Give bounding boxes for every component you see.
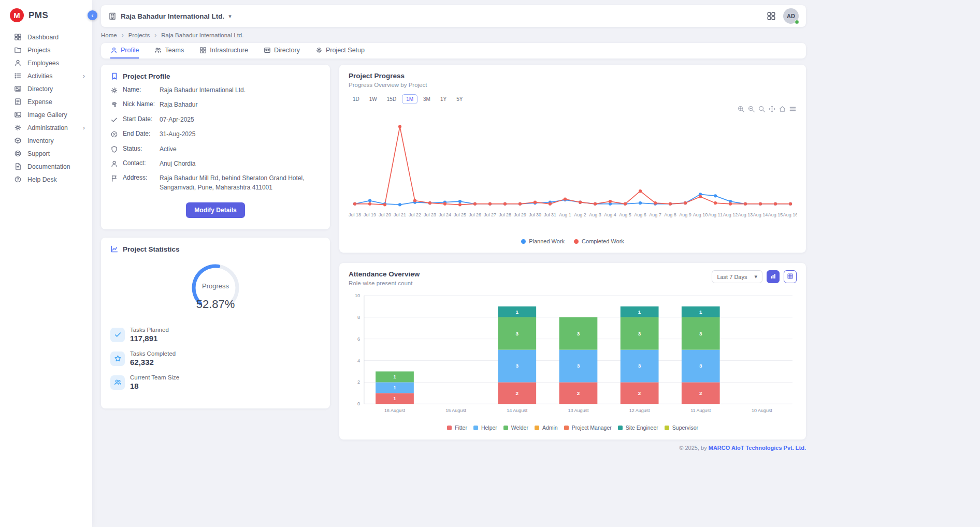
chart-view-button[interactable] <box>767 270 780 283</box>
field-address: Address: Raja Bahadur Mill Rd, behind Sh… <box>110 174 321 192</box>
breadcrumb-separator-icon: › <box>154 32 156 39</box>
sidebar-item-documentation[interactable]: Documentation <box>0 160 92 173</box>
legend-swatch <box>665 426 669 430</box>
page-footer: © 2025, by MARCO AIoT Technologies Pvt. … <box>101 445 806 458</box>
home-icon[interactable] <box>779 105 786 113</box>
legend-item[interactable]: Site Engineer <box>618 424 658 431</box>
tab-teams[interactable]: Teams <box>154 43 184 58</box>
svg-text:Jul 19: Jul 19 <box>364 212 376 217</box>
range-1y-button[interactable]: 1Y <box>436 94 451 104</box>
sidebar-item-image-gallery[interactable]: Image Gallery <box>0 108 92 121</box>
svg-text:Jul 27: Jul 27 <box>484 212 496 217</box>
app-logo[interactable]: M PMS <box>0 0 92 31</box>
user-avatar[interactable]: AD <box>783 8 799 24</box>
field-name: Name: Raja Bahadur International Ltd. <box>110 86 321 95</box>
zoom-icon[interactable] <box>758 105 766 113</box>
sidebar-item-label: Activities <box>27 72 53 80</box>
sidebar-collapse-button[interactable]: ‹ <box>88 10 97 20</box>
tab-label: Teams <box>165 47 184 54</box>
range-1w-button[interactable]: 1W <box>365 94 381 104</box>
sidebar-item-directory[interactable]: Directory <box>0 82 92 95</box>
stat-tasks-planned: Tasks Planned 117,891 <box>110 327 321 343</box>
legend-swatch <box>618 426 623 430</box>
stat-value: 18 <box>130 382 179 390</box>
modify-details-button[interactable]: Modify Details <box>186 202 244 218</box>
svg-text:1: 1 <box>699 309 702 315</box>
table-view-button[interactable] <box>784 270 797 283</box>
svg-text:4: 4 <box>357 358 360 363</box>
check-icon <box>110 116 118 124</box>
sidebar-item-label: Support <box>27 150 50 157</box>
sidebar-item-administration[interactable]: Administration › <box>0 121 92 134</box>
legend-item[interactable]: Admin <box>535 424 558 431</box>
main-area: Raja Bahadur International Ltd. ▾ AD Hom… <box>92 0 980 527</box>
menu-icon[interactable] <box>789 105 797 113</box>
tab-profile[interactable]: Profile <box>110 43 139 58</box>
attendance-chart-legend: FitterHelperWelderAdminProject ManagerSi… <box>349 424 797 431</box>
project-statistics-card: Project Statistics Progress 52.87% <box>101 238 330 408</box>
svg-text:3: 3 <box>699 363 702 369</box>
tab-directory[interactable]: Directory <box>264 43 300 58</box>
svg-text:Aug 9: Aug 9 <box>679 212 691 217</box>
legend-swatch <box>503 426 508 430</box>
progress-line-chart[interactable]: Jul 18Jul 19Jul 20Jul 21Jul 22Jul 23Jul … <box>349 114 797 236</box>
legend-item[interactable]: Helper <box>473 424 497 431</box>
field-end-date: End Date: 31-Aug-2025 <box>110 130 321 139</box>
legend-swatch <box>447 426 452 430</box>
company-selector[interactable]: Raja Bahadur International Ltd. ▾ <box>108 12 232 20</box>
svg-text:Jul 24: Jul 24 <box>439 212 451 217</box>
stat-label: Tasks Completed <box>130 350 176 357</box>
legend-item[interactable]: Completed Work <box>574 238 624 244</box>
range-5y-button[interactable]: 5Y <box>452 94 467 104</box>
tab-infrastructure[interactable]: Infrastructure <box>199 43 248 58</box>
breadcrumb-home[interactable]: Home <box>101 32 117 38</box>
legend-swatch <box>574 239 579 244</box>
date-range-select[interactable]: Last 7 Days ▾ <box>712 270 762 283</box>
svg-text:13 August: 13 August <box>568 408 589 413</box>
legend-swatch <box>521 239 526 244</box>
field-value: Active <box>160 145 177 154</box>
legend-item[interactable]: Supervisor <box>665 424 698 431</box>
field-nick-name: Nick Name: Raja Bahadur <box>110 100 321 109</box>
range-15d-button[interactable]: 15D <box>383 94 400 104</box>
receipt-icon <box>14 98 22 106</box>
sidebar-item-support[interactable]: Support <box>0 147 92 160</box>
company-name: Raja Bahadur International Ltd. <box>121 12 224 20</box>
legend-item[interactable]: Planned Work <box>521 238 565 244</box>
tab-project-setup[interactable]: Project Setup <box>315 43 365 58</box>
sidebar-item-help-desk[interactable]: Help Desk <box>0 173 92 186</box>
check-icon <box>110 328 125 342</box>
project-progress-card: Project Progress Progress Overview by Pr… <box>339 65 806 253</box>
sidebar-item-dashboard[interactable]: Dashboard <box>0 31 92 43</box>
field-value: Anuj Chordia <box>160 159 195 168</box>
sidebar-item-label: Help Desk <box>27 176 57 183</box>
sidebar-item-projects[interactable]: Projects <box>0 43 92 56</box>
zoom-out-icon[interactable] <box>747 105 755 113</box>
svg-text:2: 2 <box>699 390 702 396</box>
question-icon <box>14 175 22 183</box>
logo-icon: M <box>10 8 24 22</box>
svg-text:1: 1 <box>393 396 396 401</box>
sidebar-item-activities[interactable]: Activities › <box>0 69 92 82</box>
attendance-bar-chart[interactable]: 024681011116 August15 August233114 Augus… <box>349 291 797 423</box>
pan-icon[interactable] <box>768 105 776 113</box>
svg-text:1: 1 <box>393 385 396 391</box>
svg-text:Aug 8: Aug 8 <box>664 212 676 217</box>
project-profile-card: Project Profile Name: Raja Bahadur Inter… <box>101 65 330 229</box>
online-status-dot <box>795 20 799 24</box>
legend-item[interactable]: Welder <box>503 424 528 431</box>
footer-link[interactable]: MARCO AIoT Technologies Pvt. Ltd. <box>709 445 806 451</box>
legend-item[interactable]: Project Manager <box>564 424 612 431</box>
sidebar-item-employees[interactable]: Employees <box>0 56 92 69</box>
svg-text:Aug 4: Aug 4 <box>604 212 616 217</box>
breadcrumb-projects[interactable]: Projects <box>128 32 150 38</box>
range-3m-button[interactable]: 3M <box>419 94 435 104</box>
zoom-in-icon[interactable] <box>737 105 745 113</box>
sidebar-item-expense[interactable]: Expense <box>0 95 92 108</box>
sidebar-item-inventory[interactable]: Inventory <box>0 134 92 147</box>
range-1d-button[interactable]: 1D <box>349 94 364 104</box>
svg-text:1: 1 <box>516 309 519 315</box>
apps-grid-button[interactable] <box>767 11 776 21</box>
range-1m-button[interactable]: 1M <box>402 94 417 104</box>
legend-item[interactable]: Fitter <box>447 424 467 431</box>
